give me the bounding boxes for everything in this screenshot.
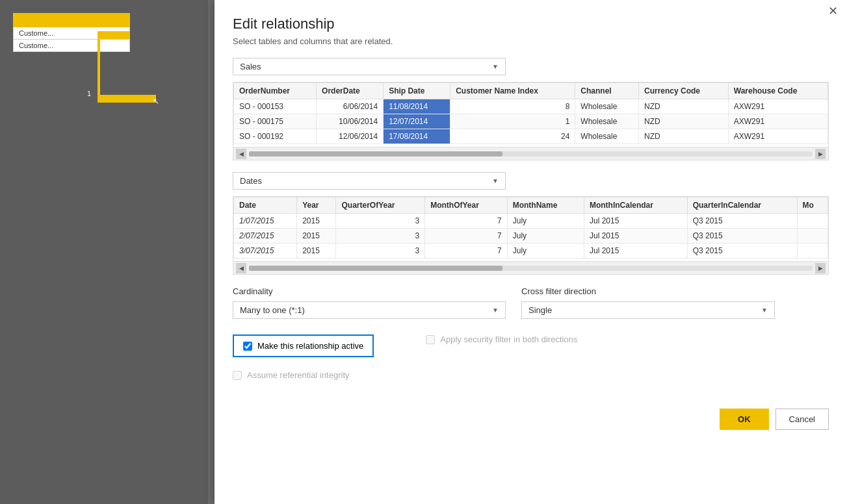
connector-line-h2 — [98, 95, 156, 103]
table1-scrollbar[interactable]: ◀ ▶ — [233, 147, 828, 160]
cell-customerindex: 1 — [450, 114, 575, 129]
cell-orderdate: 12/06/2014 — [317, 129, 384, 144]
cell-year: 2015 — [297, 229, 336, 244]
table-row: 1/07/2015 2015 3 7 July Jul 2015 Q3 2015 — [234, 214, 828, 229]
active-relationship-container: Make this relationship active — [233, 334, 374, 357]
table2-dropdown-value: Dates — [240, 176, 262, 186]
table2-dropdown-container: Dates ▼ — [233, 172, 829, 190]
referential-integrity-checkbox[interactable] — [233, 371, 242, 380]
table-row: 3/07/2015 2015 3 7 July Jul 2015 Q3 2015 — [234, 244, 828, 258]
connector-line-v — [98, 31, 100, 96]
active-relationship-label: Make this relationship active — [257, 341, 363, 351]
table-row: SO - 000175 10/06/2014 12/07/2014 1 Whol… — [234, 114, 828, 129]
cell-monthincalendar: Jul 2015 — [584, 229, 687, 244]
connector-label-2: 1 — [87, 90, 91, 97]
scroll-thumb-2 — [249, 266, 502, 271]
security-filter-checkbox[interactable] — [426, 335, 435, 344]
ok-button[interactable]: OK — [720, 409, 769, 430]
scroll-left-btn[interactable]: ◀ — [236, 149, 246, 159]
cross-filter-value: Single — [528, 305, 552, 315]
cell-year: 2015 — [297, 244, 336, 258]
cell-quarterincalendar: Q3 2015 — [687, 244, 797, 258]
scroll-thumb — [249, 151, 502, 157]
cardinality-arrow: ▼ — [492, 307, 499, 314]
cell-monthofyear: 7 — [425, 244, 508, 258]
col-ordernumber: OrderNumber — [234, 83, 317, 99]
modal-footer: OK Cancel — [233, 399, 829, 430]
col-channel: Channel — [575, 83, 639, 99]
modal-title: Edit relationship — [233, 16, 829, 32]
cell-mo — [797, 214, 827, 229]
col-currency: Currency Code — [638, 83, 728, 99]
scroll-track[interactable] — [249, 151, 813, 157]
table2-dropdown-arrow: ▼ — [492, 177, 499, 184]
canvas-nodes: Custome... Custome... 1 1 ↖ — [13, 13, 130, 52]
close-button[interactable]: ✕ — [828, 5, 838, 17]
cardinality-dropdown[interactable]: Many to one (*:1) ▼ — [233, 301, 506, 319]
table2-header-row: Date Year QuarterOfYear MonthOfYear Mont… — [234, 197, 828, 214]
cell-shipdate: 12/07/2014 — [384, 114, 450, 129]
edit-relationship-modal: ✕ Edit relationship Select tables and co… — [215, 0, 847, 504]
col-quarterincalendar: QuarterInCalendar — [687, 197, 797, 214]
cell-orderdate: 6/06/2014 — [317, 99, 384, 114]
cell-mo — [797, 229, 827, 244]
col-date: Date — [234, 197, 297, 214]
col-shipdate: Ship Date — [384, 83, 450, 99]
cell-monthname: July — [507, 229, 584, 244]
table2-dropdown[interactable]: Dates ▼ — [233, 172, 506, 190]
cell-customerindex: 8 — [450, 99, 575, 114]
table1-container: OrderNumber OrderDate Ship Date Customer… — [233, 82, 829, 160]
cell-monthincalendar: Jul 2015 — [584, 214, 687, 229]
table2: Date Year QuarterOfYear MonthOfYear Mont… — [233, 197, 828, 258]
cell-monthincalendar: Jul 2015 — [584, 244, 687, 258]
cell-quarterofyear: 3 — [336, 244, 425, 258]
table1: OrderNumber OrderDate Ship Date Customer… — [233, 82, 828, 144]
table2-scrollbar[interactable]: ◀ ▶ — [233, 261, 828, 274]
options-row: Cardinality Many to one (*:1) ▼ Cross fi… — [233, 286, 829, 319]
cell-currency: NZD — [638, 114, 728, 129]
scroll-right-btn[interactable]: ▶ — [815, 149, 826, 159]
cell-date: 3/07/2015 — [234, 244, 297, 258]
cell-quarterincalendar: Q3 2015 — [687, 214, 797, 229]
col-quarterofyear: QuarterOfYear — [336, 197, 425, 214]
security-filter-label: Apply security filter in both directions — [440, 334, 577, 344]
cell-orderdate: 10/06/2014 — [317, 114, 384, 129]
col-warehouse: Warehouse Code — [728, 83, 827, 99]
table1-dropdown[interactable]: Sales ▼ — [233, 58, 506, 75]
cell-date: 2/07/2015 — [234, 229, 297, 244]
table1-dropdown-container: Sales ▼ — [233, 58, 829, 75]
table-row: 2/07/2015 2015 3 7 July Jul 2015 Q3 2015 — [234, 229, 828, 244]
cell-warehouse: AXW291 — [728, 114, 827, 129]
scroll-left-btn-2[interactable]: ◀ — [236, 263, 246, 273]
cross-filter-dropdown[interactable]: Single ▼ — [521, 301, 775, 319]
cell-ordernumber: SO - 000153 — [234, 99, 317, 114]
cell-channel: Wholesale — [575, 99, 639, 114]
cell-quarterofyear: 3 — [336, 214, 425, 229]
cell-monthname: July — [507, 214, 584, 229]
cardinality-label: Cardinality — [233, 286, 506, 296]
modal-subtitle: Select tables and columns that are relat… — [233, 36, 829, 46]
cell-ordernumber: SO - 000175 — [234, 114, 317, 129]
scroll-track-2[interactable] — [249, 266, 813, 271]
col-customerindex: Customer Name Index — [450, 83, 575, 99]
connector-svg: 1 1 ↖ — [33, 25, 163, 129]
cancel-button[interactable]: Cancel — [775, 409, 829, 430]
cell-shipdate: 11/08/2014 — [384, 99, 450, 114]
cell-channel: Wholesale — [575, 129, 639, 144]
col-year: Year — [297, 197, 336, 214]
active-relationship-checkbox[interactable] — [243, 342, 252, 351]
cell-mo — [797, 244, 827, 258]
cell-quarterincalendar: Q3 2015 — [687, 229, 797, 244]
cell-warehouse: AXW291 — [728, 129, 827, 144]
col-monthname: MonthName — [507, 197, 584, 214]
cross-filter-group: Cross filter direction Single ▼ — [521, 286, 775, 319]
col-monthofyear: MonthOfYear — [425, 197, 508, 214]
cell-year: 2015 — [297, 214, 336, 229]
cell-currency: NZD — [638, 99, 728, 114]
cell-ordernumber: SO - 000192 — [234, 129, 317, 144]
cell-customerindex: 24 — [450, 129, 575, 144]
cell-date: 1/07/2015 — [234, 214, 297, 229]
col-mo: Mo — [797, 197, 827, 214]
scroll-right-btn-2[interactable]: ▶ — [815, 263, 826, 273]
cell-warehouse: AXW291 — [728, 99, 827, 114]
